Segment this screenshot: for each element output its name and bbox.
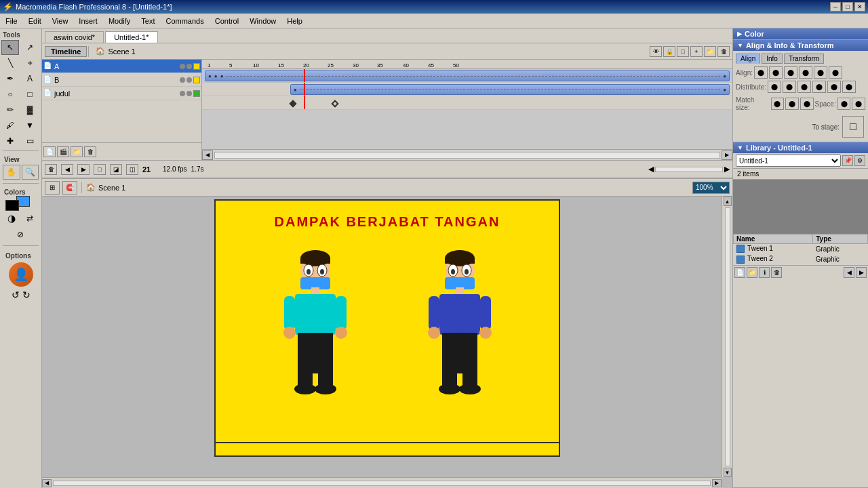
stroke-color-swatch[interactable] (5, 200, 19, 211)
vscroll-down[interactable]: ▼ (724, 468, 732, 477)
menu-text[interactable]: Text (136, 14, 160, 28)
oval-tool[interactable]: ○ (1, 87, 19, 102)
titlebar-controls[interactable]: ─ □ ✕ (830, 2, 865, 12)
menu-help[interactable]: Help (281, 14, 308, 28)
minimize-button[interactable]: ─ (830, 2, 841, 12)
layer-row-b[interactable]: 📄 B (42, 73, 201, 87)
lib-new-folder-btn[interactable]: 📁 (747, 267, 757, 278)
match-h-btn[interactable]: ⬤ (785, 98, 799, 110)
library-header[interactable]: ▼ Library - Untitled-1 (733, 142, 868, 153)
match-wh-btn[interactable]: ⬤ (800, 98, 814, 110)
timeline-eye-btn[interactable]: 👁 (650, 46, 662, 57)
layer-judul-frames[interactable] (202, 96, 732, 110)
close-button[interactable]: ✕ (854, 2, 865, 12)
library-props-btn[interactable]: ⚙ (854, 155, 865, 166)
align-bottom-btn[interactable]: ⬤ (829, 66, 842, 79)
menu-view[interactable]: View (47, 14, 74, 28)
canvas-hscroll[interactable]: ◀ ▶ (42, 477, 722, 488)
layer-a-vis[interactable] (180, 64, 185, 69)
vscroll-up[interactable]: ▲ (724, 197, 732, 206)
timeline-lock-btn[interactable]: 🔒 (663, 46, 675, 57)
match-w-btn[interactable]: ⬤ (771, 98, 785, 110)
dist-t-btn[interactable]: ⬤ (812, 81, 826, 93)
menu-control[interactable]: Control (210, 14, 244, 28)
swap-colors-btn[interactable]: ⇄ (22, 211, 39, 226)
lib-props-btn[interactable]: ℹ (759, 267, 770, 278)
library-doc-select[interactable]: Untitled-1 (736, 155, 841, 167)
color-header[interactable]: ▶ Color (733, 28, 868, 39)
layer-a-frames[interactable]: ● ● ● ● (202, 69, 732, 83)
scroll-left-icon[interactable]: ◀ (648, 165, 654, 174)
scroll-right-icon[interactable]: ▶ (724, 165, 730, 174)
lib-delete-btn[interactable]: 🗑 (771, 267, 782, 278)
tab-aswin[interactable]: aswin covid* (45, 31, 104, 43)
hand-tool[interactable]: ✋ (3, 165, 20, 180)
rotate-right-icon[interactable]: ↻ (22, 289, 31, 300)
dist-hc-btn[interactable]: ⬤ (783, 81, 796, 93)
menu-commands[interactable]: Commands (160, 14, 209, 28)
zoom-tool[interactable]: 🔍 (22, 165, 39, 180)
paintbucket-tool[interactable]: ▼ (21, 118, 39, 133)
layer-a-lock[interactable] (186, 64, 192, 69)
rectangle-tool[interactable]: □ (21, 87, 39, 102)
tab-untitled[interactable]: Untitled-1* (105, 31, 157, 43)
add-layer-bottom-btn[interactable]: 📄 (43, 146, 56, 157)
dist-vc-btn[interactable]: ⬤ (827, 81, 841, 93)
timeline-outline-btn[interactable]: □ (677, 46, 689, 57)
inkbottle-tool[interactable]: 🖋 (1, 118, 19, 133)
black-white-btn[interactable]: ◑ (3, 211, 20, 226)
stage[interactable]: DAMPAK BERJABAT TANGAN (214, 199, 560, 457)
dist-r-btn[interactable]: ⬤ (797, 81, 811, 93)
tab-transform[interactable]: Transform (784, 54, 824, 64)
lib-new-symbol-btn[interactable]: 📄 (734, 267, 745, 278)
new-layer-btn[interactable]: + (690, 46, 703, 57)
new-folder-btn[interactable]: 📁 (704, 46, 716, 57)
tab-align[interactable]: Align (736, 54, 760, 64)
lasso-tool[interactable]: ⌖ (21, 56, 39, 70)
scroll-left-btn[interactable]: ◀ (202, 150, 213, 160)
layer-b-color[interactable] (193, 77, 200, 83)
layer-b-lock[interactable] (186, 77, 192, 83)
align-vcenter-btn[interactable]: ⬤ (814, 66, 827, 79)
subselect-tool[interactable]: ↗ (21, 40, 39, 55)
dist-b-btn[interactable]: ⬤ (842, 81, 856, 93)
eraser-tool[interactable]: ▭ (21, 134, 39, 148)
no-color-btn[interactable]: ⊘ (3, 227, 38, 242)
align-hcenter-btn[interactable]: ⬤ (769, 66, 783, 79)
rotate-left-icon[interactable]: ↺ (12, 289, 20, 300)
tl-footer-btn3[interactable]: ▶ (77, 164, 90, 175)
lib-panel-left-btn[interactable]: ◀ (844, 267, 854, 278)
add-folder-bottom-btn[interactable]: 📁 (71, 146, 83, 157)
hscroll-right[interactable]: ▶ (712, 479, 722, 487)
delete-layer-btn[interactable]: 🗑 (717, 46, 730, 57)
align-right-btn[interactable]: ⬤ (784, 66, 797, 79)
align-header[interactable]: ▼ Align & Info & Transform (733, 40, 868, 51)
tl-footer-btn1[interactable]: 🗑 (45, 164, 57, 175)
scroll-right-btn[interactable]: ▶ (722, 150, 732, 160)
line-tool[interactable]: ╲ (1, 56, 19, 70)
pen-tool[interactable]: ✒ (1, 71, 19, 86)
space-h-btn[interactable]: ⬤ (837, 98, 851, 110)
tl-footer-btn5[interactable]: ◪ (110, 164, 122, 175)
layer-b-frames[interactable]: ● ● (202, 83, 732, 96)
layer-judul-color[interactable] (193, 90, 200, 97)
align-top-btn[interactable]: ⬤ (799, 66, 812, 79)
library-item-1[interactable]: Tween 1 Graphic (734, 244, 868, 254)
pencil-tool[interactable]: ✏ (1, 102, 19, 117)
library-new-btn[interactable]: 📌 (842, 155, 853, 166)
menu-file[interactable]: File (0, 14, 23, 28)
timeline-button[interactable]: Timeline (45, 46, 87, 57)
space-v-btn[interactable]: ⬤ (852, 98, 865, 110)
layer-row-a[interactable]: 📄 A (42, 60, 201, 73)
layer-judul-vis[interactable] (180, 91, 185, 96)
delete-layer-bottom-btn[interactable]: 🗑 (84, 146, 96, 157)
canvas-vscroll[interactable]: ▲ ▼ (722, 197, 732, 477)
lib-panel-right-btn[interactable]: ▶ (856, 267, 867, 278)
menu-modify[interactable]: Modify (103, 14, 136, 28)
menu-edit[interactable]: Edit (23, 14, 47, 28)
tl-footer-btn4[interactable]: □ (94, 164, 106, 175)
maximize-button[interactable]: □ (842, 2, 853, 12)
menu-window[interactable]: Window (244, 14, 281, 28)
layer-row-judul[interactable]: 📄 judul (42, 87, 201, 100)
align-left-btn[interactable]: ⬤ (754, 66, 768, 79)
